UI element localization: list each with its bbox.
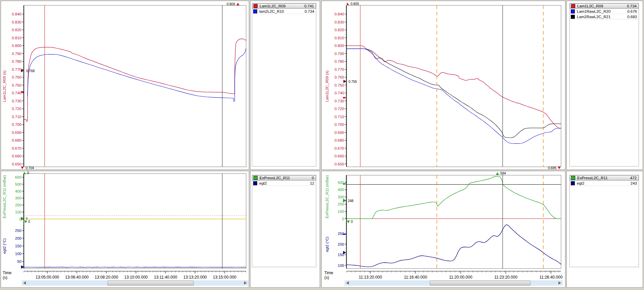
time-scrollbar-left[interactable] — [21, 280, 248, 286]
chart-panel-lambda-left — [1, 1, 249, 170]
signal-cursor-value: 12 — [310, 181, 315, 185]
signal-name: egt2 — [259, 181, 310, 185]
signal-cursor-value: 0.734 — [627, 4, 637, 8]
signal-legend-lambda-left: Lam1L2C_R090.741lam2L2C_R100.734 — [252, 3, 316, 166]
scroll-left-icon[interactable] — [23, 281, 26, 285]
time-axis-unit-line1: Time — [324, 271, 333, 275]
signal-cursor-value: 0 — [312, 176, 315, 180]
signal-color-swatch — [253, 9, 257, 13]
signal-cursor-value: 0.734 — [305, 9, 315, 13]
signal-color-swatch — [571, 176, 575, 180]
legend-row-egt2[interactable]: egt2243 — [570, 181, 639, 186]
signal-name: Lam1L2C_R09 — [260, 4, 304, 8]
signal-name: ExPressL2C_R11 — [260, 176, 312, 180]
chart-panel-press-left — [1, 171, 249, 288]
legend-row-ExPressL2C_R11[interactable]: ExPressL2C_R11472 — [570, 175, 639, 181]
signal-cursor-value: 0.683 — [627, 15, 638, 19]
signal-name: ExPressL2C_R11 — [577, 176, 630, 180]
time-axis-caption-right: Time (s) — [324, 271, 333, 280]
time-axis-unit-line1: Time — [3, 271, 11, 275]
chart-panel-lambda-right — [321, 1, 565, 170]
signal-color-swatch — [253, 181, 257, 185]
measurement-data-analyzer-window: Lam1L2C_R090.741lam2L2C_R100.734 Lam1L2C… — [0, 0, 644, 290]
legend-row-Lam2RawL2C_R21[interactable]: Lam2RawL2C_R210.683 — [570, 14, 639, 19]
signal-name: Lam1L2C_R09 — [577, 4, 627, 8]
signal-legend-lambda-right: Lam1L2C_R090.734Lam1RawL2C_R200.676Lam2R… — [569, 3, 639, 166]
signal-name: Lam1RawL2C_R20 — [577, 9, 627, 13]
signal-color-swatch — [254, 176, 258, 180]
scroll-right-icon[interactable] — [244, 281, 247, 285]
time-scrollbar-right[interactable] — [344, 280, 563, 286]
signal-color-swatch — [571, 15, 575, 19]
legend-row-Lam1L2C_R09[interactable]: Lam1L2C_R090.741 — [252, 3, 316, 9]
legend-row-Lam1L2C_R09[interactable]: Lam1L2C_R090.734 — [570, 3, 639, 9]
scrollbar-thumb[interactable] — [107, 281, 194, 286]
signal-cursor-value: 243 — [631, 181, 638, 185]
signal-color-swatch — [571, 9, 575, 13]
legend-row-egt2[interactable]: egt212 — [252, 181, 316, 186]
time-axis-caption-left: Time (s) — [3, 271, 11, 280]
signal-name: egt2 — [577, 181, 631, 185]
signal-name: lam2L2C_R10 — [259, 9, 305, 13]
signal-color-swatch — [571, 4, 575, 8]
scroll-left-icon[interactable] — [346, 281, 349, 285]
signal-color-swatch — [254, 4, 258, 8]
legend-row-Lam1RawL2C_R20[interactable]: Lam1RawL2C_R200.676 — [570, 9, 639, 14]
time-axis-unit-line2: (s) — [3, 275, 11, 280]
signal-cursor-value: 0.741 — [304, 4, 315, 8]
legend-row-lam2L2C_R10[interactable]: lam2L2C_R100.734 — [252, 9, 316, 14]
signal-cursor-value: 472 — [630, 176, 637, 180]
scroll-right-icon[interactable] — [558, 281, 561, 285]
signal-name: Lam2RawL2C_R21 — [577, 15, 627, 19]
legend-row-ExPressL2C_R11[interactable]: ExPressL2C_R110 — [252, 175, 316, 181]
signal-cursor-value: 0.676 — [627, 9, 638, 13]
scrollbar-thumb[interactable] — [430, 281, 531, 286]
chart-panel-press-right — [321, 171, 565, 288]
signal-legend-press-left: ExPressL2C_R110egt212 — [252, 175, 316, 267]
signal-color-swatch — [571, 181, 575, 185]
time-axis-unit-line2: (s) — [324, 275, 333, 280]
signal-legend-press-right: ExPressL2C_R11472egt2243 — [569, 175, 639, 267]
